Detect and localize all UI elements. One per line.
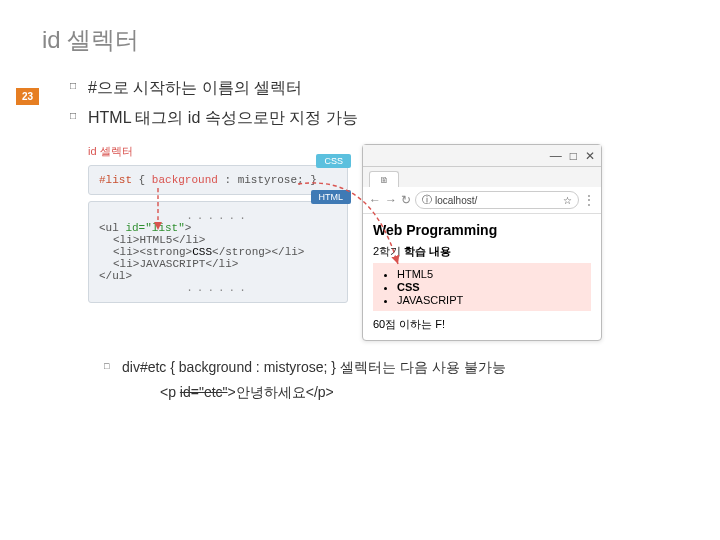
semester-prefix: 2학기 xyxy=(373,245,404,257)
dots-top: ...... xyxy=(99,210,337,222)
code-suffix: >안녕하세요</p> xyxy=(228,384,334,400)
html-tag-label: HTML xyxy=(311,190,352,204)
forward-icon: → xyxy=(385,193,397,207)
address-row: ← → ↻ ⓘ localhost/ ☆ ⋮ xyxy=(363,187,601,214)
sub-bullet-1: div#etc { background : mistyrose; } 셀렉터는… xyxy=(104,357,670,378)
css-colon: : xyxy=(218,174,238,186)
css-brace-close: ; } xyxy=(297,174,317,186)
li-2a: <li><strong> xyxy=(113,246,192,258)
bullet-1: #으로 시작하는 이름의 셀렉터 xyxy=(70,76,670,100)
code-strike: id="etc" xyxy=(180,384,228,400)
css-tag-label: CSS xyxy=(316,154,351,168)
css-selector: #list xyxy=(99,174,132,186)
code-panel: id 셀렉터 CSS #list { background : mistyros… xyxy=(88,144,348,303)
css-property: background xyxy=(152,174,218,186)
mistyrose-list-box: HTML5 CSS JAVASCRIPT xyxy=(373,263,591,311)
reload-icon: ↻ xyxy=(401,193,411,207)
browser-window: — □ ✕ 🗎 ← → ↻ ⓘ localhost/ ☆ ⋮ Web Progr… xyxy=(362,144,602,341)
li-3: <li>JAVASCRIPT</li> xyxy=(99,258,337,270)
minimize-icon: — xyxy=(550,149,562,163)
tab-page-icon: 🗎 xyxy=(380,175,389,185)
semester-line: 2학기 학습 내용 xyxy=(373,244,591,259)
page-number-badge: 23 xyxy=(16,88,39,105)
slide-title: id 셀렉터 xyxy=(0,0,720,56)
url-text: localhost/ xyxy=(435,195,477,206)
close-icon: ✕ xyxy=(585,149,595,163)
main-bullet-list: #으로 시작하는 이름의 셀렉터 HTML 태그의 id 속성으로만 지정 가능 xyxy=(70,76,670,130)
maximize-icon: □ xyxy=(570,149,577,163)
example-p-code: <p id="etc">안녕하세요</p> xyxy=(160,384,670,402)
css-brace-open: { xyxy=(132,174,152,186)
list-item: HTML5 xyxy=(397,268,585,280)
html-code-box: HTML ...... <ul id="list"> <li>HTML5</li… xyxy=(88,201,348,303)
ul-open-tag: <ul xyxy=(99,222,125,234)
code-panel-caption: id 셀렉터 xyxy=(88,144,348,159)
ul-close-tag: </ul> xyxy=(99,270,337,282)
semester-bold: 학습 내용 xyxy=(404,245,451,257)
list-item: CSS xyxy=(397,281,585,293)
back-icon: ← xyxy=(369,193,381,207)
ul-open-end: > xyxy=(185,222,192,234)
browser-tab: 🗎 xyxy=(369,171,399,187)
info-icon: ⓘ xyxy=(422,193,432,207)
li-2b: CSS xyxy=(192,246,212,258)
browser-tab-row: 🗎 xyxy=(363,167,601,187)
css-value: mistyrose xyxy=(238,174,297,186)
address-bar: ⓘ localhost/ ☆ xyxy=(415,191,579,209)
content-area: #으로 시작하는 이름의 셀렉터 HTML 태그의 id 속성으로만 지정 가능… xyxy=(0,56,720,402)
li-2c: </strong></li> xyxy=(212,246,304,258)
page-heading: Web Programming xyxy=(373,222,591,238)
ul-id-attr: id="list" xyxy=(125,222,184,234)
sub-bullet-list: div#etc { background : mistyrose; } 셀렉터는… xyxy=(104,357,670,378)
li-1: <li>HTML5</li> xyxy=(99,234,337,246)
dots-bottom: ...... xyxy=(99,282,337,294)
menu-icon: ⋮ xyxy=(583,193,595,207)
star-icon: ☆ xyxy=(563,195,572,206)
code-prefix: <p xyxy=(160,384,180,400)
browser-titlebar: — □ ✕ xyxy=(363,145,601,167)
list-item: JAVASCRIPT xyxy=(397,294,585,306)
browser-content: Web Programming 2학기 학습 내용 HTML5 CSS JAVA… xyxy=(363,214,601,340)
footer-text: 60점 이하는 F! xyxy=(373,317,591,332)
css-code-box: CSS #list { background : mistyrose; } xyxy=(88,165,348,195)
bullet-2: HTML 태그의 id 속성으로만 지정 가능 xyxy=(70,106,670,130)
figure-row: id 셀렉터 CSS #list { background : mistyros… xyxy=(88,144,670,341)
